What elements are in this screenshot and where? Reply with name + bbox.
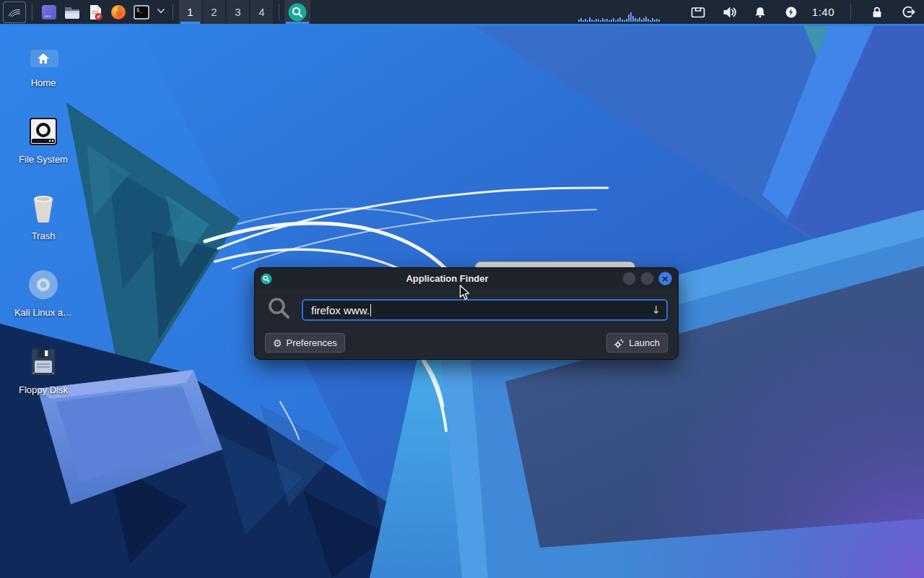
- desktop-icon-floppy-disk[interactable]: Floppy Disk: [9, 345, 78, 395]
- workspace-button-2[interactable]: 2: [203, 0, 225, 24]
- logout-icon[interactable]: [898, 2, 918, 22]
- desktop-icon-label: Home: [31, 77, 56, 88]
- desktop-icon-label: Kali Linux a…: [14, 307, 72, 318]
- search-input[interactable]: firefox www. ↓: [302, 299, 668, 321]
- launcher-file-manager[interactable]: [62, 2, 82, 22]
- floppy-disk-icon: [26, 345, 61, 379]
- network-icon[interactable]: [688, 2, 708, 22]
- panel-separator: [279, 4, 279, 20]
- dropdown-arrow-icon[interactable]: ↓: [651, 303, 661, 316]
- launch-button-label: Launch: [629, 337, 660, 348]
- search-icon: [266, 296, 292, 324]
- close-button[interactable]: ×: [658, 272, 672, 285]
- terminal-dropdown-chevron-icon[interactable]: [156, 6, 166, 19]
- desktop-icon-label: Trash: [32, 230, 56, 241]
- workspace-button-3[interactable]: 3: [227, 0, 249, 24]
- app-finder-titlebar-icon: [261, 273, 272, 285]
- workspace-label: 2: [211, 6, 217, 18]
- desktop-icon-label: Floppy Disk: [19, 384, 68, 395]
- notifications-bell-icon[interactable]: [750, 2, 770, 22]
- window-app-icon: [40, 4, 58, 21]
- launcher-terminal[interactable]: $_: [131, 2, 152, 22]
- gear-icon: ⚙: [273, 338, 282, 348]
- workspace-label: 4: [258, 6, 264, 18]
- panel-separator: [32, 4, 32, 20]
- workspace-button-1[interactable]: 1: [179, 0, 201, 24]
- panel-separator: [173, 4, 173, 20]
- text-caret: [370, 304, 371, 316]
- desktop-icon-label: File System: [19, 154, 68, 165]
- workspace-button-4[interactable]: 4: [250, 0, 273, 24]
- lock-screen-icon[interactable]: [867, 2, 887, 22]
- taskbar-app-finder-button[interactable]: [284, 0, 310, 24]
- hard-drive-icon: [26, 114, 61, 149]
- panel-clock[interactable]: 1:40: [812, 6, 834, 18]
- system-load-graph: [578, 12, 681, 22]
- window-title: Application Finder: [272, 273, 622, 284]
- mouse-cursor: [459, 285, 470, 303]
- home-folder-icon: [26, 38, 61, 72]
- text-editor-icon: [87, 4, 104, 21]
- close-icon: ×: [661, 274, 669, 283]
- launch-icon: [614, 338, 624, 348]
- terminal-prompt-glyph: $_: [136, 7, 143, 13]
- launch-button[interactable]: Launch: [606, 333, 668, 353]
- firefox-icon: [110, 4, 127, 21]
- kali-dragon-icon: [5, 3, 24, 22]
- application-finder-window: Application Finder × firefox www. ↓: [254, 267, 679, 360]
- maximize-button[interactable]: [640, 272, 654, 285]
- kali-menu-button[interactable]: [4, 2, 25, 22]
- preferences-button-label: Preferences: [287, 337, 337, 348]
- launcher-window-app[interactable]: [39, 2, 59, 22]
- terminal-icon: $_: [133, 4, 150, 21]
- launcher-text-editor[interactable]: [85, 2, 105, 22]
- panel-separator: [850, 4, 851, 20]
- file-manager-icon: [64, 4, 81, 21]
- workspace-label: 3: [235, 6, 240, 18]
- search-query-text: firefox www.: [311, 304, 370, 316]
- desktop-icon-trash[interactable]: Trash: [9, 191, 78, 241]
- cd-disc-icon: [26, 267, 61, 302]
- minimize-button[interactable]: [622, 272, 636, 285]
- volume-icon[interactable]: [719, 2, 739, 22]
- top-panel: $_ 1 2 3 4: [0, 0, 924, 26]
- power-manager-icon[interactable]: [781, 2, 801, 22]
- desktop-icon-file-system[interactable]: File System: [9, 114, 78, 165]
- desktop-icon-kali-cd[interactable]: Kali Linux a…: [9, 267, 78, 318]
- workspace-label: 1: [187, 6, 193, 18]
- app-finder-icon: [287, 2, 308, 22]
- trash-icon: [26, 191, 61, 225]
- preferences-button[interactable]: ⚙ Preferences: [265, 333, 345, 353]
- desktop-icon-home[interactable]: Home: [9, 38, 78, 88]
- launcher-firefox[interactable]: [108, 2, 128, 22]
